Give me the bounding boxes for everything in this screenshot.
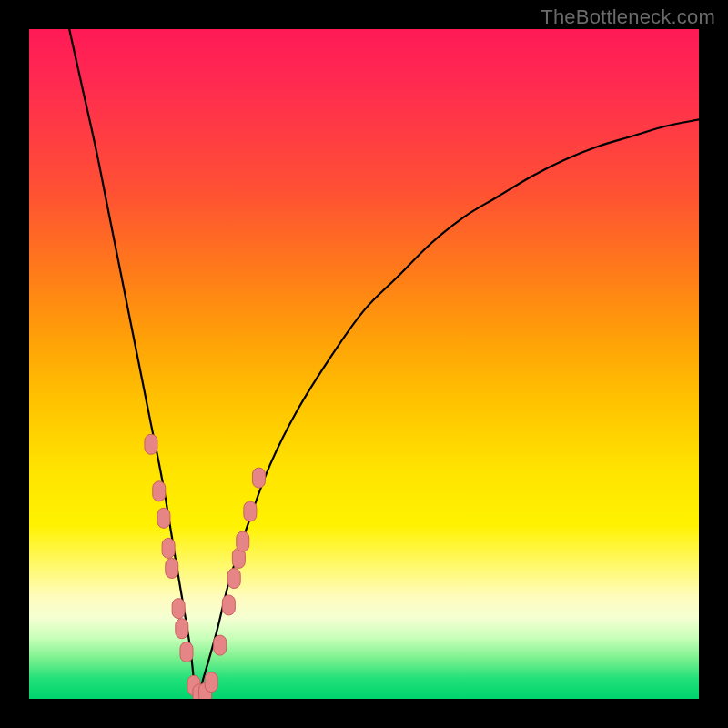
bottleneck-curve-path — [69, 29, 699, 699]
chart-frame: TheBottleneck.com — [0, 0, 728, 728]
curve-marker — [244, 501, 257, 521]
watermark-text: TheBottleneck.com — [541, 5, 715, 29]
curve-marker — [252, 468, 265, 488]
bottleneck-curve-svg — [29, 29, 699, 699]
marker-layer — [145, 434, 266, 699]
curve-marker — [237, 531, 249, 551]
curve-marker — [176, 619, 188, 639]
curve-marker — [172, 599, 185, 619]
curve-marker — [205, 672, 217, 693]
curve-marker — [228, 569, 240, 589]
curve-marker — [222, 595, 235, 615]
plot-area — [29, 29, 699, 699]
curve-marker — [162, 538, 175, 558]
curve-marker — [214, 635, 227, 655]
curve-marker — [153, 481, 166, 501]
curve-marker — [157, 508, 170, 528]
curve-marker — [180, 642, 193, 662]
curve-marker — [145, 434, 157, 454]
curve-marker — [166, 558, 178, 578]
